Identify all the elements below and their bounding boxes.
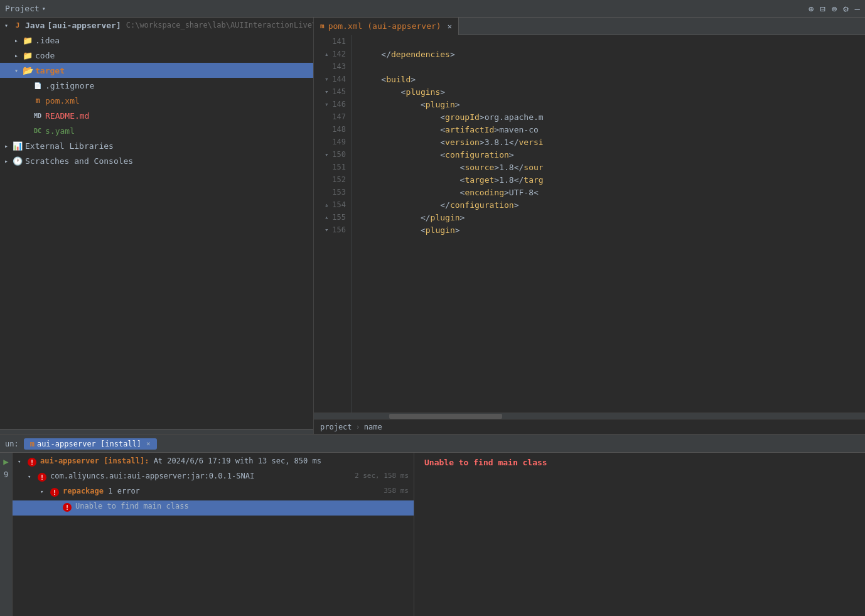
root-arrow	[3, 21, 10, 29]
scratches-label: Scratches and Consoles	[25, 156, 133, 166]
tree-item-scratches[interactable]: 🕐 Scratches and Consoles	[0, 153, 313, 168]
code-line-155: </plugin>	[362, 211, 855, 224]
repackage-time: 358 ms	[384, 487, 409, 495]
project-dropdown-icon[interactable]: ▾	[42, 5, 46, 12]
run-label: un:	[5, 440, 19, 448]
code-scrollbar[interactable]	[314, 413, 865, 419]
install-tab-close[interactable]: ✕	[146, 440, 151, 448]
root-log-highlight: aui-appserver [install]:	[40, 457, 149, 465]
root-project-name: [aui-appserver]	[47, 21, 121, 30]
gitignore-icon: 📄	[33, 80, 43, 90]
line-152: 152	[319, 173, 346, 186]
pom-icon: m	[33, 95, 43, 105]
tree-root-java[interactable]: J Java [aui-appserver] C:\workspace_shar…	[0, 18, 313, 33]
tree-item-syaml[interactable]: DC s.yaml	[0, 123, 313, 138]
pom-label: pom.xml	[45, 96, 80, 105]
code-label: code	[35, 51, 55, 60]
fold-144: ▿	[323, 76, 330, 82]
fold-155: ▵	[323, 214, 330, 220]
line-151: 151	[319, 161, 346, 173]
minimize-icon[interactable]: —	[855, 4, 860, 14]
readme-label: README.md	[45, 111, 89, 121]
bottom-right-panel: Unable to find main class	[414, 453, 865, 616]
external-label: External Libraries	[25, 141, 114, 151]
tab-pom-close[interactable]: ✕	[448, 22, 452, 31]
code-line-141	[362, 35, 855, 48]
line-150: ▿150	[319, 148, 346, 161]
filter-icon[interactable]: ⊜	[832, 4, 837, 14]
code-line-147: <groupId>org.apache.m	[362, 111, 855, 123]
tree-item-external[interactable]: 📊 External Libraries	[0, 138, 313, 153]
tree-item-target[interactable]: 📂 target	[0, 63, 313, 78]
repackage-detail: 1 error	[108, 487, 140, 495]
breadcrumb-project: project	[320, 423, 352, 431]
code-line-146: <plugin>	[362, 98, 855, 111]
code-content[interactable]: </dependencies> <build> <plugins> <plugi…	[352, 35, 865, 413]
tree-item-code[interactable]: 📁 code	[0, 48, 313, 63]
target-arrow	[13, 67, 20, 74]
file-tree-scrollbar[interactable]	[0, 429, 313, 434]
external-icon: 📊	[13, 141, 23, 151]
jar-log-time: 2 sec, 158 ms	[355, 472, 409, 480]
project-label: Project ▾	[5, 4, 46, 13]
fold-150: ▿	[323, 151, 330, 158]
syaml-label: s.yaml	[45, 126, 75, 136]
bottom-tabs: un: m aui-appserver [install] ✕	[0, 435, 865, 453]
root-expand-arrow: ▾	[18, 458, 24, 465]
log-item-root-install[interactable]: ▾ ! aui-appserver [install]: At 2024/6/6…	[13, 455, 414, 470]
tab-install[interactable]: m aui-appserver [install] ✕	[24, 438, 157, 450]
unable-error-dot: !	[63, 503, 72, 512]
log-item-jar[interactable]: ▾ ! com.aliyuncs.aui:aui-appserver:jar:0…	[13, 470, 414, 485]
tab-pom[interactable]: m pom.xml (aui-appserver) ✕	[314, 18, 459, 35]
top-toolbar: Project ▾ ⊕ ⊟ ⊜ ⚙ —	[0, 0, 865, 18]
tab-pom-label: pom.xml (aui-appserver)	[328, 21, 441, 31]
syaml-icon: DC	[33, 126, 43, 136]
code-scrollbar-thumb	[389, 414, 502, 419]
line-146: ▿146	[319, 98, 346, 111]
repackage-expand-arrow: ▾	[40, 489, 46, 495]
collapse-icon[interactable]: ⊟	[820, 4, 825, 14]
code-line-149: <version>3.8.1</versi	[362, 136, 855, 148]
run-side-icon[interactable]: ▶	[2, 455, 9, 468]
code-line-148: <artifactId>maven-co	[362, 123, 855, 136]
install-tab-icon: m	[30, 440, 35, 448]
line-141: 141	[319, 35, 346, 48]
log-item-repackage[interactable]: ▾ ! repackage 1 error 358 ms	[13, 485, 414, 500]
tree-item-readme[interactable]: MD README.md	[0, 108, 313, 123]
gitignore-label: .gitignore	[45, 81, 94, 90]
code-line-151: <source>1.8</sour	[362, 161, 855, 173]
root-error-dot: !	[28, 458, 36, 467]
line-142: ▵142	[319, 48, 346, 60]
jar-log-text: com.aliyuncs.aui:aui-appserver:jar:0.0.1…	[50, 472, 351, 480]
install-tab-label: aui-appserver [install]	[37, 440, 141, 448]
breadcrumb-name: name	[364, 423, 382, 431]
tree-item-idea[interactable]: 📁 .idea	[0, 33, 313, 48]
line-156: ▿156	[319, 224, 346, 236]
code-arrow	[13, 51, 20, 59]
repackage-log-text: repackage 1 error	[63, 487, 380, 495]
fold-146: ▿	[323, 101, 330, 107]
code-area[interactable]: 141 ▵142 143 ▿144 ▿145 ▿146 147 148 149 …	[314, 35, 865, 413]
fold-154: ▵	[323, 202, 330, 208]
code-line-154: </configuration>	[362, 198, 855, 211]
jar-expand-arrow: ▾	[28, 473, 34, 480]
repackage-highlight: repackage	[63, 487, 104, 495]
log-item-unable[interactable]: ! Unable to find main class	[13, 500, 414, 516]
idea-folder-icon: 📁	[23, 35, 33, 45]
tree-item-pomxml[interactable]: m pom.xml	[0, 93, 313, 108]
repackage-error-dot: !	[50, 488, 59, 497]
error-output-text: Unable to find main class	[424, 458, 547, 467]
root-path: C:\workspace_share\lab\AUIInteractionLiv…	[126, 21, 313, 30]
add-icon[interactable]: ⊕	[809, 4, 814, 14]
left-side-icons: ▶ 9	[0, 453, 13, 616]
side-icon-9[interactable]: 9	[3, 469, 9, 480]
line-153: 153	[319, 186, 346, 198]
root-log-detail: At 2024/6/6 17:19 with 13 sec, 850 ms	[154, 457, 321, 465]
code-line-156: <plugin>	[362, 224, 855, 236]
code-line-153: <encoding>UTF-8<	[362, 186, 855, 198]
bottom-log-panel: ▾ ! aui-appserver [install]: At 2024/6/6…	[13, 453, 414, 616]
idea-label: .idea	[35, 36, 60, 45]
bottom-content: ▶ 9 ▾ ! aui-appserver [install]: At 2024…	[0, 453, 865, 616]
settings-icon[interactable]: ⚙	[843, 4, 848, 14]
tree-item-gitignore[interactable]: 📄 .gitignore	[0, 78, 313, 93]
